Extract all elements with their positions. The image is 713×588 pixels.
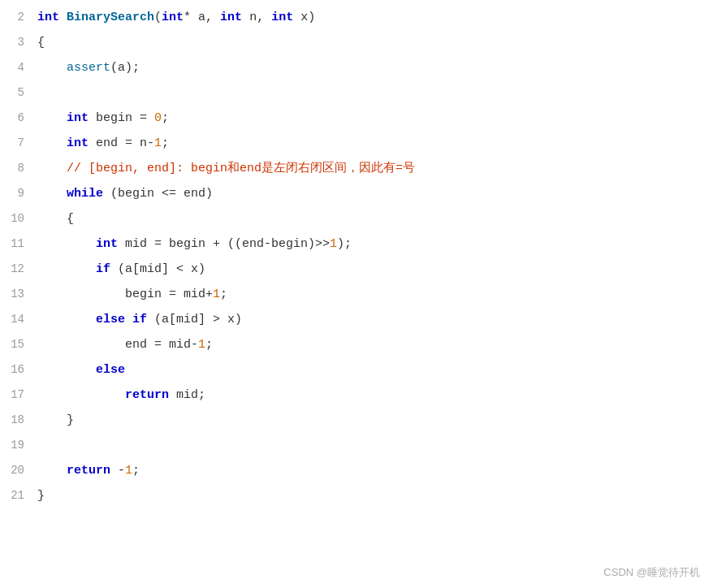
- line-number: 12: [0, 257, 37, 281]
- line-content: // [begin, end]: begin和end是左闭右闭区间，因此有=号: [37, 157, 713, 181]
- code-line: 11 int mid = begin + ((end-begin)>>1);: [0, 231, 713, 257]
- line-number: 7: [0, 131, 37, 155]
- code-line: 19: [0, 433, 713, 458]
- line-number: 13: [0, 282, 37, 306]
- code-line: 7 int end = n-1;: [0, 131, 713, 156]
- code-line: 4 assert(a);: [0, 55, 713, 80]
- line-number: 9: [0, 181, 37, 205]
- code-line: 8 // [begin, end]: begin和end是左闭右闭区间，因此有=…: [0, 156, 713, 181]
- line-number: 3: [0, 30, 37, 54]
- line-number: 8: [0, 156, 37, 180]
- code-line: 10 {: [0, 206, 713, 231]
- line-number: 21: [0, 483, 37, 508]
- line-content: else if (a[mid] > x): [37, 308, 713, 332]
- line-content: int begin = 0;: [37, 106, 713, 131]
- line-number: 16: [0, 357, 37, 382]
- line-content: return mid;: [37, 383, 713, 408]
- line-content: }: [37, 409, 713, 433]
- line-number: 11: [0, 231, 37, 256]
- line-content: [37, 81, 713, 106]
- code-container: 2int BinarySearch(int* a, int n, int x)3…: [0, 0, 713, 588]
- code-line: 14 else if (a[mid] > x): [0, 307, 713, 332]
- code-line: 3{: [0, 30, 713, 55]
- code-line: 16 else: [0, 357, 713, 383]
- code-line: 2int BinarySearch(int* a, int n, int x): [0, 5, 713, 30]
- line-content: assert(a);: [37, 56, 713, 80]
- code-line: 21}: [0, 483, 713, 508]
- code-line: 13 begin = mid+1;: [0, 282, 713, 307]
- line-content: {: [37, 31, 713, 55]
- line-content: end = mid-1;: [37, 333, 713, 357]
- line-content: while (begin <= end): [37, 182, 713, 206]
- code-line: 20 return -1;: [0, 458, 713, 483]
- line-number: 2: [0, 5, 37, 29]
- line-content: int BinarySearch(int* a, int n, int x): [37, 6, 713, 30]
- code-line: 9 while (begin <= end): [0, 181, 713, 206]
- code-line: 15 end = mid-1;: [0, 332, 713, 357]
- line-content: begin = mid+1;: [37, 283, 713, 307]
- line-number: 14: [0, 307, 37, 331]
- code-block: 2int BinarySearch(int* a, int n, int x)3…: [0, 0, 713, 588]
- line-number: 6: [0, 106, 37, 130]
- code-line: 18 }: [0, 408, 713, 433]
- line-number: 15: [0, 332, 37, 357]
- line-content: [37, 434, 713, 458]
- line-content: int mid = begin + ((end-begin)>>1);: [37, 232, 713, 257]
- code-line: 6 int begin = 0;: [0, 106, 713, 131]
- line-number: 5: [0, 80, 37, 105]
- line-content: if (a[mid] < x): [37, 257, 713, 282]
- line-number: 18: [0, 408, 37, 432]
- line-content: int end = n-1;: [37, 132, 713, 156]
- code-line: 12 if (a[mid] < x): [0, 257, 713, 282]
- line-content: }: [37, 484, 713, 508]
- code-line: 5: [0, 80, 713, 106]
- line-number: 19: [0, 433, 37, 457]
- line-number: 10: [0, 206, 37, 231]
- code-line: 17 return mid;: [0, 383, 713, 408]
- line-content: return -1;: [37, 459, 713, 483]
- line-number: 4: [0, 55, 37, 80]
- watermark-text: CSDN @睡觉待开机: [603, 565, 700, 580]
- line-content: else: [37, 358, 713, 383]
- line-content: {: [37, 207, 713, 231]
- line-number: 17: [0, 383, 37, 407]
- line-number: 20: [0, 458, 37, 482]
